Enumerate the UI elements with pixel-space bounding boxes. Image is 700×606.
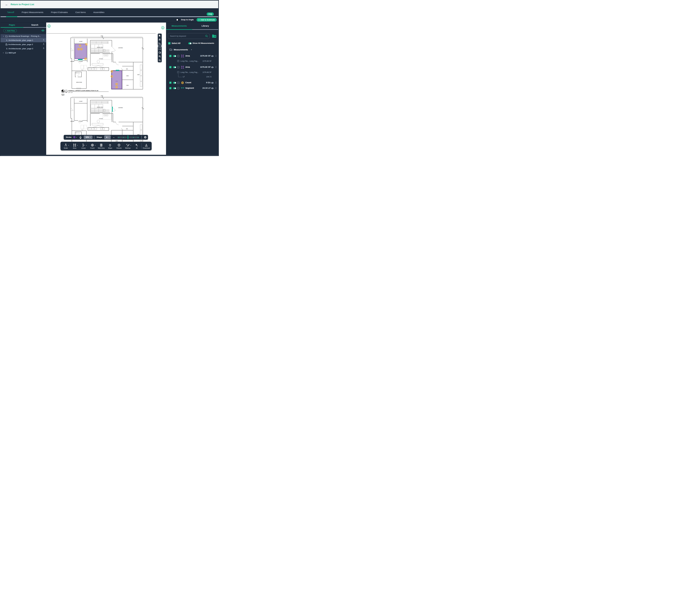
collapse-icon[interactable]: − <box>177 66 179 68</box>
panel-tab-measurements[interactable]: Measurements <box>166 23 192 30</box>
tool-label: Markup <box>125 147 131 149</box>
measurement-row-count[interactable]: ✓−Count9 EA⋮ <box>166 81 218 85</box>
toolbar-drag-handle[interactable] <box>158 45 162 46</box>
tree-folder-4[interactable]: ▸MEP.pdf <box>1 51 46 55</box>
collapse-icon[interactable]: − <box>177 87 179 89</box>
show-all-measurements-toggle[interactable] <box>188 42 191 44</box>
tree-page-architecturals_plan_page-2[interactable]: 2Architecturals_plan_page 2 <box>1 42 46 46</box>
expand-icon[interactable]: + <box>177 60 179 62</box>
segment-measurement-overlay <box>78 59 83 60</box>
add-files-button[interactable]: +Add Files <box>3 29 17 32</box>
scale-compass-icon <box>43 47 45 50</box>
eye-icon[interactable] <box>211 82 214 84</box>
measurements-group-label: Measurements <box>174 49 188 51</box>
measurement-row-area[interactable]: ✓−Area1076.68 SF⋮ <box>166 54 218 58</box>
panel-tab-library[interactable]: Library <box>192 23 218 30</box>
add-to-estimate-button[interactable]: + Add to Estimate <box>197 18 217 22</box>
svg-text:NORTH: NORTH <box>62 95 64 96</box>
collapse-icon[interactable]: − <box>177 82 179 84</box>
fit-to-screen-button[interactable] <box>158 47 162 50</box>
measurement-row-segment[interactable]: ✓−Segment24.34 LF⋮ <box>166 86 218 90</box>
lower-plan-measurement-overlays[interactable] <box>112 107 113 112</box>
row-checkbox[interactable]: ✓ <box>169 66 172 68</box>
kebab-menu-icon[interactable]: ⋮ <box>215 87 217 89</box>
search-icon[interactable] <box>205 35 208 38</box>
row-visibility-toggle[interactable] <box>173 82 176 84</box>
sidebar-tab-search[interactable]: Search <box>23 23 46 28</box>
shape-dropdown[interactable]: ★▾ <box>104 135 111 139</box>
caret-right-icon[interactable]: ▸ <box>3 52 4 53</box>
tree-page-architecturals_plan_page-3[interactable]: 3.Architecturals_plan_page 3 <box>1 46 46 51</box>
nav-tab-takeoff[interactable]: Takeoff <box>7 11 14 14</box>
collapse-icon[interactable]: − <box>177 71 179 73</box>
stroke-label: Stroke <box>66 135 71 140</box>
stroke-opacity-dropdown[interactable]: 50%▾ <box>84 136 93 139</box>
snap-to-angle-toggle[interactable] <box>176 19 180 21</box>
nav-tab-project-estimates[interactable]: Project Estimates <box>51 11 68 14</box>
tree-folder-0[interactable]: ▾Architectural Drawings - Pricing S... <box>1 34 46 38</box>
row-checkbox[interactable]: ✓ <box>169 55 172 57</box>
tool-area[interactable]: ▾Area <box>70 143 79 149</box>
nav-tab-project-measurements[interactable]: Project Measurements <box>22 11 43 14</box>
tool-markup[interactable]: ▾Markup <box>123 143 132 149</box>
add-folder-button[interactable] <box>212 33 217 39</box>
back-arrow-icon[interactable]: ← <box>5 3 8 6</box>
measurement-subrow[interactable]: +Long File...-Long Pag...1076.68 SF <box>166 60 218 63</box>
tool-count[interactable]: ▾Count <box>88 143 97 149</box>
group-caret-icon[interactable]: ▾ <box>191 49 192 50</box>
row-visibility-toggle[interactable] <box>173 55 176 57</box>
eye-icon[interactable] <box>211 66 214 69</box>
row-visibility-toggle[interactable] <box>173 87 176 89</box>
svg-text:PROJECT: PROJECT <box>61 94 65 95</box>
tool-wall-area[interactable]: Wall Area <box>97 143 106 149</box>
select-cursor-tool[interactable] <box>158 33 162 38</box>
settings-gear-icon[interactable] <box>143 135 147 139</box>
tool-label: Linear <box>81 147 86 149</box>
nav-tab-assemblies[interactable]: Assemblies <box>93 11 104 14</box>
measure-set-square-tool[interactable] <box>158 41 162 45</box>
next-page-button[interactable]: ❯ <box>161 26 164 29</box>
return-to-project-list-link[interactable]: Return to Project List <box>10 3 34 6</box>
tool-ai[interactable]: AI <box>132 143 141 149</box>
pages-sidebar: PagesSearch +Add Files ▾Architectural Dr… <box>1 22 46 155</box>
previous-page-button[interactable]: ❮ <box>47 24 50 28</box>
measurement-row-area[interactable]: ✓−Area1076.68 SF⋮ <box>166 65 218 69</box>
kebab-menu-icon[interactable]: ⋮ <box>215 81 217 84</box>
row-checkbox[interactable]: ✓ <box>169 87 172 89</box>
tool-linear[interactable]: ▾Linear <box>79 143 88 149</box>
faq-button[interactable]: FAQ <box>207 13 214 16</box>
upper-plan-measurement-overlays[interactable] <box>75 43 122 89</box>
size-slider-thumb[interactable] <box>128 135 128 139</box>
rotate-button[interactable] <box>158 50 162 54</box>
pan-hand-tool[interactable] <box>158 38 162 41</box>
size-slider-track-right[interactable] <box>129 136 139 138</box>
select-all-checkbox[interactable]: ✓ <box>168 42 171 45</box>
tool-download[interactable]: Download <box>142 143 151 149</box>
stroke-color-swatch[interactable] <box>73 136 75 138</box>
search-input[interactable] <box>168 33 209 39</box>
tree-page-architecturals_plan_page-1[interactable]: 1.Architecturals_plan_page 1 <box>1 38 46 42</box>
row-visibility-toggle[interactable] <box>173 66 176 68</box>
visibility-eye-icon[interactable] <box>41 29 45 32</box>
zoom-out-button[interactable] <box>158 59 162 62</box>
zoom-in-button[interactable] <box>158 54 162 59</box>
measurement-subrow[interactable]: −Long File...-Long Pag...1076.68 SF <box>166 71 218 74</box>
eye-icon[interactable] <box>211 55 214 57</box>
size-slider-track-left[interactable] <box>117 136 127 138</box>
nav-tab-cost-items[interactable]: Cost Items <box>75 11 86 14</box>
stroke-color-caret-icon[interactable]: ▾ <box>76 137 77 138</box>
collapse-icon[interactable]: − <box>177 55 179 57</box>
tool-volume[interactable]: Volume <box>114 143 123 149</box>
sidebar-tab-pages[interactable]: Pages <box>1 23 23 28</box>
row-checkbox[interactable]: ✓ <box>169 81 172 84</box>
drawing-canvas[interactable]: ❮ ❯ <box>46 22 166 155</box>
tool-scale[interactable]: ▾Scale <box>61 143 70 149</box>
kebab-menu-icon[interactable]: ⋮ <box>215 54 217 57</box>
shape-label: Shape <box>97 135 102 140</box>
measurement-label: Area <box>185 55 190 57</box>
opacity-droplet-icon <box>80 136 82 139</box>
eye-icon[interactable] <box>211 87 214 90</box>
caret-down-icon[interactable]: ▾ <box>3 36 4 37</box>
kebab-menu-icon[interactable]: ⋮ <box>215 66 217 68</box>
tool-slope[interactable]: Slope <box>106 143 114 149</box>
